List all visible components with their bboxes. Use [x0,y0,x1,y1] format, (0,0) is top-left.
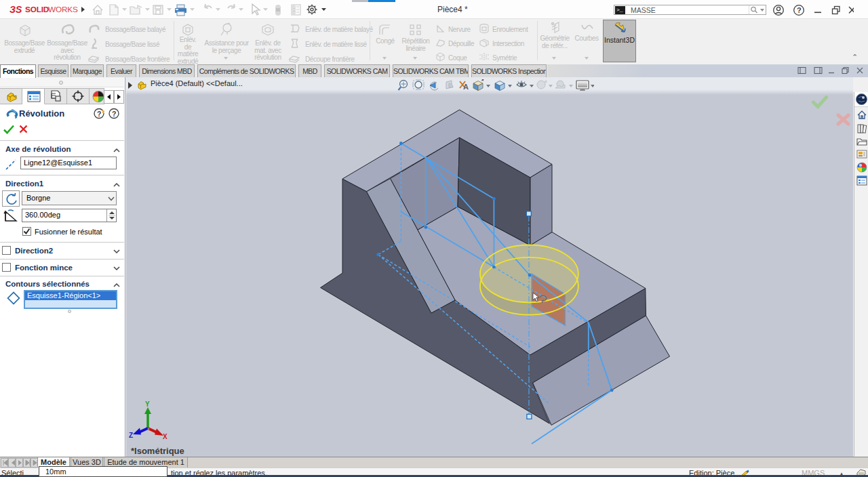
svg-text:°: ° [12,209,14,213]
svg-text:?: ? [112,110,116,118]
svg-text:ЗS: ЗS [9,4,22,15]
svg-text:Y: Y [145,400,150,408]
svg-text:?: ? [797,6,802,14]
svg-text:SOLID: SOLID [25,5,50,14]
svg-text:?: ? [97,110,101,118]
svg-text:X: X [163,433,167,440]
svg-text:WORKS: WORKS [48,5,78,14]
svg-text:Z: Z [129,432,133,439]
